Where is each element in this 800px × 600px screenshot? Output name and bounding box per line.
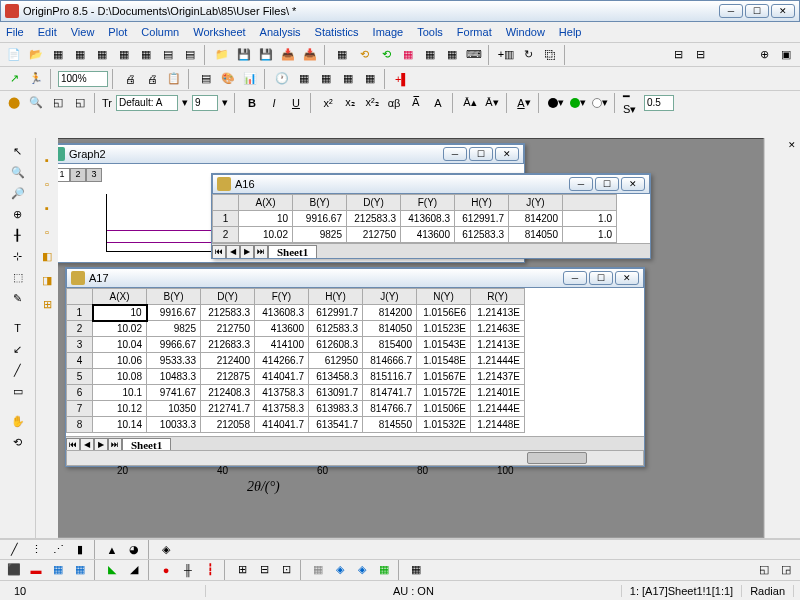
data-reader-icon[interactable]: ╂ [9, 226, 27, 244]
3d-plot-icon[interactable]: ◈ [156, 540, 176, 560]
code-builder-icon[interactable]: ⌨ [464, 45, 484, 65]
plot3-icon[interactable]: ▦ [48, 560, 68, 580]
plot9-icon[interactable]: ┇ [200, 560, 220, 580]
layer-tab-3[interactable]: 3 [86, 168, 102, 182]
worksheet-a17[interactable]: A17 ─ ☐ ✕ A(X)B(Y)D(Y)F(Y)H(Y)J(Y)N(Y)R(… [65, 267, 645, 467]
line-scatter-icon[interactable]: ⋰ [48, 540, 68, 560]
a17-maximize-button[interactable]: ☐ [589, 271, 613, 285]
a16-minimize-button[interactable]: ─ [569, 177, 593, 191]
plot2-icon[interactable]: ▬ [26, 560, 46, 580]
a17-minimize-button[interactable]: ─ [563, 271, 587, 285]
a16-nav-prev[interactable]: ◀ [226, 245, 240, 259]
new-layout-icon[interactable]: ▦ [136, 45, 156, 65]
text-tool-icon[interactable]: T [9, 319, 27, 337]
subscript-icon[interactable]: x₂ [340, 93, 360, 113]
whole-page-icon[interactable]: ▣ [776, 45, 796, 65]
a16-sheet-tab[interactable]: Sheet1 [268, 245, 317, 258]
mask3-icon[interactable]: ▪ [37, 198, 57, 218]
zoom-in-icon[interactable]: ⊕ [754, 45, 774, 65]
superscript-icon[interactable]: x² [318, 93, 338, 113]
menu-statistics[interactable]: Statistics [315, 26, 359, 38]
date-time-icon[interactable]: 🕐 [272, 69, 292, 89]
plot10-icon[interactable]: ⊞ [232, 560, 252, 580]
menu-worksheet[interactable]: Worksheet [193, 26, 245, 38]
recalc2-icon[interactable]: ⟲ [376, 45, 396, 65]
menu-format[interactable]: Format [457, 26, 492, 38]
plot4-icon[interactable]: ▦ [70, 560, 90, 580]
rescale-icon[interactable]: ↗ [4, 69, 24, 89]
import-wizard-icon[interactable]: 📥 [300, 45, 320, 65]
restore-icon[interactable]: ◱ [754, 560, 774, 580]
zoom-tool-icon[interactable]: 🔍 [9, 163, 27, 181]
pointer-icon[interactable]: ↖ [9, 142, 27, 160]
a16-nav-last[interactable]: ⏭ [254, 245, 268, 259]
explorer-icon[interactable]: ▦ [398, 45, 418, 65]
new-notes-icon[interactable]: ▤ [158, 45, 178, 65]
fontsize-combo[interactable] [192, 95, 218, 111]
a16-nav-first[interactable]: ⏮ [212, 245, 226, 259]
plot6-icon[interactable]: ◢ [124, 560, 144, 580]
worksheet-a16[interactable]: A16 ─ ☐ ✕ A(X)B(Y)D(Y)F(Y)H(Y)J(Y) 11099… [211, 173, 651, 259]
graph-close-button[interactable]: ✕ [495, 147, 519, 161]
font-smaller-icon[interactable]: Ā▾ [482, 93, 502, 113]
plot15-icon[interactable]: ◈ [352, 560, 372, 580]
recalc-icon[interactable]: ⟲ [354, 45, 374, 65]
draw-data-icon[interactable]: ✎ [9, 289, 27, 307]
new-color-icon[interactable]: 🎨 [218, 69, 238, 89]
mask5-icon[interactable]: ◧ [37, 246, 57, 266]
menu-plot[interactable]: Plot [108, 26, 127, 38]
decrease-font-icon[interactable]: A [428, 93, 448, 113]
graph-minimize-button[interactable]: ─ [443, 147, 467, 161]
linewidth-combo[interactable] [644, 95, 674, 111]
data-selector-icon[interactable]: ⊹ [9, 247, 27, 265]
arrow-tool-icon[interactable]: ↙ [9, 340, 27, 358]
plot5-icon[interactable]: ◣ [102, 560, 122, 580]
restore2-icon[interactable]: ◲ [776, 560, 796, 580]
results-icon[interactable]: ▦ [420, 45, 440, 65]
template-lib-icon[interactable]: ▦ [406, 560, 426, 580]
menu-tools[interactable]: Tools [417, 26, 443, 38]
extract-icon[interactable]: ▦ [338, 69, 358, 89]
pie-plot-icon[interactable]: ◕ [124, 540, 144, 560]
plot16-icon[interactable]: ▦ [374, 560, 394, 580]
mask6-icon[interactable]: ◨ [37, 270, 57, 290]
menu-edit[interactable]: Edit [38, 26, 57, 38]
area-plot-icon[interactable]: ▲ [102, 540, 122, 560]
new-excel-icon[interactable]: ▦ [70, 45, 90, 65]
plot11-icon[interactable]: ⊟ [254, 560, 274, 580]
new-project-icon[interactable]: 📄 [4, 45, 24, 65]
fill2-color-icon[interactable]: ▾ [590, 93, 610, 113]
font-color-icon[interactable]: A▾ [514, 93, 534, 113]
plot8-icon[interactable]: ╫ [178, 560, 198, 580]
supersub-icon[interactable]: x²₂ [362, 93, 382, 113]
print-icon[interactable]: 🖨 [120, 69, 140, 89]
mask-tool-icon[interactable]: ⬚ [9, 268, 27, 286]
plot1-icon[interactable]: ⬛ [4, 560, 24, 580]
column-plot-icon[interactable]: ▮ [70, 540, 90, 560]
layer1-icon[interactable]: ◱ [48, 93, 68, 113]
minimize-button[interactable]: ─ [719, 4, 743, 18]
a16-maximize-button[interactable]: ☐ [595, 177, 619, 191]
font-combo[interactable] [116, 95, 178, 111]
open-icon[interactable]: 📂 [26, 45, 46, 65]
plot13-icon[interactable]: ▦ [308, 560, 328, 580]
save-template-icon[interactable]: 💾 [256, 45, 276, 65]
command-icon[interactable]: ▦ [442, 45, 462, 65]
save-icon[interactable]: 💾 [234, 45, 254, 65]
pan-tool-icon[interactable]: ✋ [9, 412, 27, 430]
a16-close-button[interactable]: ✕ [621, 177, 645, 191]
bold-button[interactable]: B [242, 93, 262, 113]
line-tool-icon[interactable]: ╱ [9, 361, 27, 379]
a16-nav-next[interactable]: ▶ [240, 245, 254, 259]
increase-font-icon[interactable]: A̅ [406, 93, 426, 113]
zoom-combo[interactable] [58, 71, 108, 87]
menu-analysis[interactable]: Analysis [260, 26, 301, 38]
graph-maximize-button[interactable]: ☐ [469, 147, 493, 161]
add-column-icon[interactable]: +▥ [496, 45, 516, 65]
new-legend-icon[interactable]: ▤ [196, 69, 216, 89]
slider2-icon[interactable]: ⊟ [690, 45, 710, 65]
speed-icon[interactable]: 🔍 [26, 93, 46, 113]
line-color-icon[interactable]: ▾ [546, 93, 566, 113]
mask7-icon[interactable]: ⊞ [37, 294, 57, 314]
a17-close-button[interactable]: ✕ [615, 271, 639, 285]
